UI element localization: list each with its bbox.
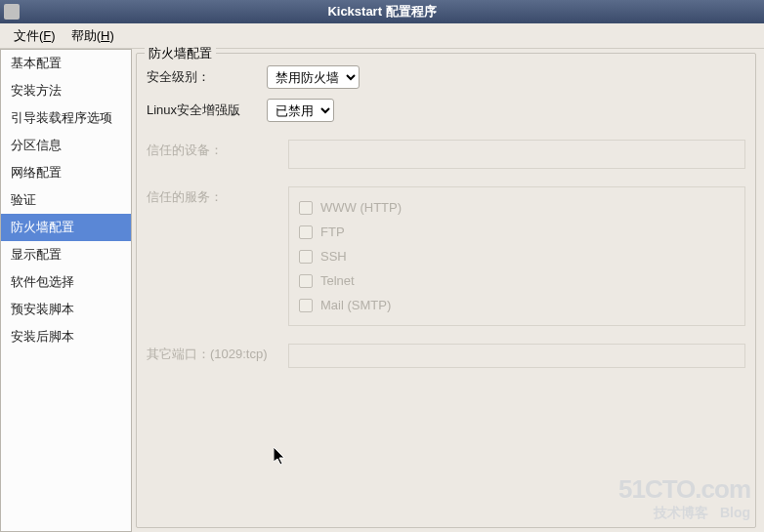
window-titlebar: Kickstart 配置程序 [0, 0, 764, 23]
sidebar-item-firewall[interactable]: 防火墙配置 [1, 214, 131, 241]
sidebar-item-auth[interactable]: 验证 [1, 186, 131, 214]
sidebar-item-postinstall[interactable]: 安装后脚本 [1, 323, 131, 350]
service-mail-checkbox [299, 299, 313, 312]
service-www-checkbox [299, 201, 313, 215]
selinux-label: Linux安全增强版 [147, 102, 259, 119]
service-ssh-label: SSH [320, 249, 347, 264]
app-icon [4, 4, 20, 20]
menubar: 文件(F) 帮助(H) [0, 23, 764, 49]
sidebar-item-basic[interactable]: 基本配置 [1, 50, 131, 77]
trusted-services-box: WWW (HTTP) FTP SSH Telnet Mail (SMTP) [288, 186, 745, 326]
sidebar-item-preinstall[interactable]: 预安装脚本 [1, 296, 131, 323]
trusted-devices-label: 信任的设备： [147, 140, 288, 159]
sidebar-item-partition[interactable]: 分区信息 [1, 132, 131, 159]
security-level-label: 安全级别： [147, 68, 259, 86]
service-ftp-label: FTP [320, 225, 345, 239]
service-www-label: WWW (HTTP) [320, 200, 402, 215]
security-level-select[interactable]: 禁用防火墙 [267, 65, 360, 89]
menu-file[interactable]: 文件(F) [6, 24, 64, 48]
menu-help[interactable]: 帮助(H) [64, 24, 122, 48]
service-telnet-checkbox [299, 274, 313, 288]
trusted-services-label: 信任的服务： [147, 186, 288, 206]
service-telnet-label: Telnet [320, 273, 355, 288]
sidebar-item-packages[interactable]: 软件包选择 [1, 268, 131, 296]
trusted-devices-box [288, 140, 745, 169]
service-ssh-checkbox [299, 250, 313, 264]
service-mail-label: Mail (SMTP) [320, 298, 391, 312]
sidebar-item-network[interactable]: 网络配置 [1, 159, 131, 186]
window-title: Kickstart 配置程序 [327, 3, 436, 20]
firewall-groupbox: 防火墙配置 安全级别： 禁用防火墙 Linux安全增强版 已禁用 信任的设备： … [136, 53, 756, 528]
selinux-select[interactable]: 已禁用 [267, 99, 334, 122]
other-ports-input [288, 344, 745, 368]
sidebar-item-bootloader[interactable]: 引导装载程序选项 [1, 104, 131, 132]
sidebar: 基本配置 安装方法 引导装载程序选项 分区信息 网络配置 验证 防火墙配置 显示… [0, 49, 132, 532]
groupbox-title: 防火墙配置 [145, 45, 216, 62]
sidebar-item-display[interactable]: 显示配置 [1, 241, 131, 268]
other-ports-label: 其它端口：(1029:tcp) [147, 344, 288, 363]
service-ftp-checkbox [299, 225, 313, 239]
sidebar-item-install[interactable]: 安装方法 [1, 77, 131, 104]
